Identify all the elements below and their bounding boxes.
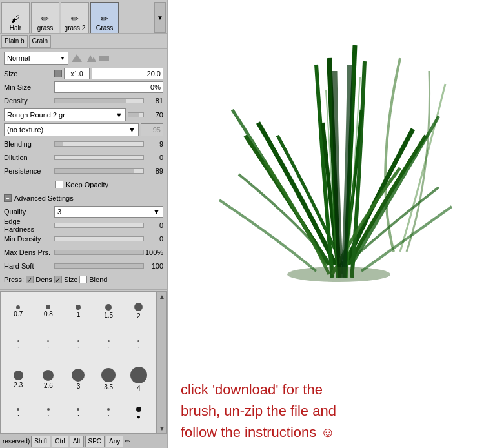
tab-grass-active-label: Grass: [96, 25, 114, 32]
hard-soft-track: [54, 263, 144, 269]
edge-hardness-track: [54, 223, 144, 228]
spc-button[interactable]: SPC: [85, 436, 105, 447]
svg-rect-3: [99, 56, 109, 61]
hard-soft-label: Hard Soft: [4, 262, 52, 270]
shape-icon-1[interactable]: [71, 54, 83, 63]
persistence-row: Persistence 89: [4, 165, 163, 177]
dot-1[interactable]: 1: [63, 294, 94, 329]
edge-hardness-row: Edge Hardness 0: [4, 219, 163, 231]
dot-r4-1[interactable]: ·: [3, 396, 34, 431]
advanced-collapse-btn[interactable]: −: [4, 194, 12, 202]
min-density-label: Min Density: [4, 235, 52, 243]
dilution-label: Dilution: [4, 154, 52, 161]
press-blend-checkbox[interactable]: [79, 276, 87, 283]
texture-select[interactable]: (no texture) ▼: [4, 123, 139, 136]
min-density-row: Min Density 0: [4, 233, 163, 245]
blending-value: 9: [145, 140, 163, 148]
tab-grass-active[interactable]: ✏ Grass: [90, 2, 119, 33]
ctrl-button[interactable]: Ctrl: [52, 436, 68, 447]
keep-opacity-label: Keep Opacity: [66, 181, 108, 188]
mode-select[interactable]: Normal ▼: [4, 52, 68, 65]
press-dens-checkbox[interactable]: ✓: [26, 276, 34, 283]
dot-35[interactable]: 3.5: [94, 363, 124, 397]
texture-row: (no texture) ▼ 95: [4, 123, 163, 136]
size-row: Size x1.0 20.0: [4, 68, 163, 79]
dot-r2-5[interactable]: ·: [123, 329, 154, 363]
min-size-label: Min Size: [4, 83, 52, 91]
density-slider[interactable]: 81: [54, 97, 163, 105]
dots-section: 0.7 0.8 1 1.5 2 ·: [0, 291, 167, 434]
tab-grass[interactable]: ✏ grass: [31, 2, 59, 33]
blending-slider[interactable]: 9: [54, 140, 163, 148]
dot-r4-3[interactable]: ·: [63, 396, 94, 431]
dot-r4-4[interactable]: ·: [94, 396, 124, 431]
tab-plainb[interactable]: Plain b: [1, 35, 28, 48]
persistence-slider[interactable]: 89: [54, 167, 163, 175]
size-multiplier[interactable]: x1.0: [64, 68, 90, 79]
reserved-label: reserved): [3, 438, 30, 445]
dilution-slider[interactable]: 0: [54, 154, 163, 161]
min-size-value-box[interactable]: 0%: [54, 81, 163, 93]
size-value-box[interactable]: 20.0: [92, 68, 163, 79]
size-value: 20.0: [147, 70, 161, 77]
shift-button[interactable]: Shift: [31, 436, 50, 447]
brush-type-slider[interactable]: 70: [128, 111, 163, 119]
density-value: 81: [145, 97, 163, 105]
tab-grass-icon: ✏: [41, 14, 49, 24]
max-dens-prs-slider[interactable]: 100%: [54, 249, 163, 256]
dot-26[interactable]: 2.6: [34, 363, 64, 397]
persistence-label: Persistence: [4, 167, 52, 175]
max-dens-prs-label: Max Dens Prs.: [4, 249, 52, 256]
brush-type-select[interactable]: Rough Round 2 gr ▼: [4, 108, 126, 121]
keep-opacity-row: Keep Opacity: [4, 179, 163, 190]
quality-select[interactable]: 3 ▼: [54, 206, 163, 218]
min-density-track: [54, 236, 144, 241]
max-dens-prs-row: Max Dens Prs. 100%: [4, 247, 163, 258]
dot-r2-4[interactable]: ·: [94, 329, 124, 363]
right-panel: click 'download' for the brush, un-zip t…: [168, 0, 484, 448]
mode-arrow-icon: ▼: [60, 56, 65, 61]
tab-hair-label: Hair: [10, 25, 21, 32]
min-density-slider[interactable]: 0: [54, 235, 163, 243]
edge-hardness-label: Edge Hardness: [4, 218, 52, 233]
dot-23[interactable]: 2.3: [3, 363, 34, 397]
dot-3[interactable]: 3: [63, 363, 94, 397]
tab-grass2-label: grass 2: [65, 25, 86, 32]
tab-grass2[interactable]: ✏ grass 2: [61, 2, 89, 33]
tab-grain[interactable]: Grain: [29, 35, 51, 48]
keep-opacity-checkbox[interactable]: [55, 181, 63, 188]
dilution-track: [54, 155, 144, 160]
edge-hardness-slider[interactable]: 0: [54, 221, 163, 229]
dot-08[interactable]: 0.8: [34, 294, 64, 329]
any-button[interactable]: Any: [106, 436, 123, 447]
hard-soft-slider[interactable]: 100: [54, 262, 163, 270]
instruction-area: click 'download' for the brush, un-zip t…: [168, 374, 484, 448]
dot-r2-1[interactable]: ·: [3, 329, 34, 363]
tab-grain-label: Grain: [32, 37, 48, 45]
shape-icon-3[interactable]: [98, 54, 110, 63]
advanced-settings-header[interactable]: − Advanced Settings: [4, 192, 163, 204]
dots-scrollbar[interactable]: ▲ ▼: [157, 291, 167, 434]
dot-15[interactable]: 1.5: [94, 294, 124, 329]
shape-icon-2[interactable]: [85, 54, 96, 63]
alt-button[interactable]: Alt: [70, 436, 84, 447]
min-density-value: 0: [145, 235, 163, 243]
bottom-bar: reserved) Shift Ctrl Alt SPC Any ✏: [0, 434, 167, 448]
dot-4[interactable]: 4: [123, 363, 154, 397]
dot-r2-2[interactable]: ·: [34, 329, 64, 363]
brush-type-arrow-icon: ▼: [116, 111, 123, 119]
grass-canvas: [168, 0, 484, 374]
tab-hair[interactable]: 🖌 Hair: [1, 2, 30, 33]
press-size-checkbox[interactable]: ✓: [54, 276, 62, 283]
blending-label: Blending: [4, 140, 52, 148]
hard-soft-value: 100: [145, 262, 163, 270]
size-lock-icon[interactable]: [54, 70, 62, 77]
dot-r4-2[interactable]: ·: [34, 396, 64, 431]
dot-r4-5[interactable]: ●: [123, 396, 154, 431]
dot-2[interactable]: 2: [123, 294, 154, 329]
edit-icon[interactable]: ✏: [125, 438, 130, 445]
tab-scroll-btn[interactable]: ▼: [154, 2, 166, 33]
tab-plainb-label: Plain b: [5, 37, 25, 45]
dot-07[interactable]: 0.7: [3, 294, 34, 329]
dot-r2-3[interactable]: ·: [63, 329, 94, 363]
